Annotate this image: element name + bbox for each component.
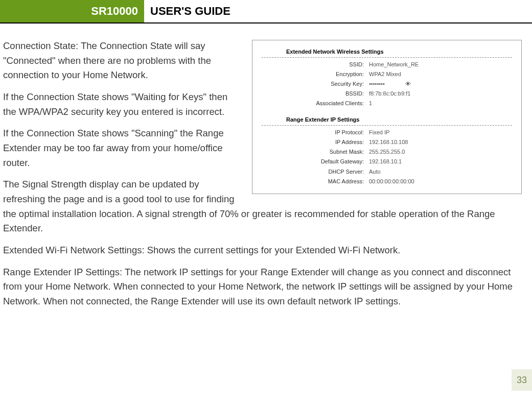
fig-label-ssid: SSID:	[262, 60, 369, 69]
fig-row-gw: Default Gateway: 192.168.10.1	[262, 157, 512, 167]
settings-screenshot: Extended Network Wireless Settings SSID:…	[252, 40, 522, 194]
fig-row-ip: IP Address: 192.168.10.108	[262, 137, 512, 147]
fig-row-bssid: BSSID: f8:7b:8c:0c:b9:f1	[262, 89, 512, 99]
fig-value-dhcp: Auto	[369, 168, 381, 176]
para-ip-settings: Range Extender IP Settings: The network …	[3, 265, 522, 309]
fig-row-ssid: SSID: Home_Network_RE	[262, 60, 512, 69]
fig-row-encryption: Encryption: WPA2 Mixed	[262, 69, 512, 79]
fig-row-mask: Subnet Mask: 255.255.255.0	[262, 147, 512, 157]
page-content: Extended Network Wireless Settings SSID:…	[0, 23, 532, 321]
fig-label-gw: Default Gateway:	[262, 157, 369, 166]
fig-row-dhcp: DHCP Server: Auto	[262, 167, 512, 177]
fig-value-mask: 255.255.255.0	[369, 148, 405, 156]
fig-value-mac: 00:00:00:00:00:00	[369, 177, 414, 186]
fig-value-proto: Fixed IP	[369, 128, 389, 137]
fig-section1-title: Extended Network Wireless Settings	[262, 47, 512, 58]
para-extended-wifi: Extended Wi-Fi Network Settings: Shows t…	[3, 243, 522, 258]
fig-value-encryption: WPA2 Mixed	[369, 70, 401, 79]
fig-label-ip: IP Address:	[262, 138, 369, 147]
fig-row-clients: Associated Clients: 1	[262, 99, 512, 108]
header-model-box: SR10000	[0, 0, 144, 22]
fig-label-encryption: Encryption:	[262, 70, 369, 79]
fig-label-mask: Subnet Mask:	[262, 148, 369, 156]
fig-row-proto: IP Protocol: Fixed IP	[262, 128, 512, 137]
fig-value-ip: 192.168.10.108	[369, 138, 408, 147]
fig-label-bssid: BSSID:	[262, 89, 369, 98]
header-title: USER'S GUIDE	[144, 0, 230, 22]
page-header: SR10000 USER'S GUIDE	[0, 0, 532, 23]
eye-icon: 👁	[405, 80, 411, 88]
fig-label-proto: IP Protocol:	[262, 128, 369, 137]
header-model: SR10000	[91, 5, 138, 18]
page-number: 33	[512, 369, 532, 391]
fig-label-dhcp: DHCP Server:	[262, 168, 369, 176]
fig-section2-title: Range Extender IP Settings	[262, 115, 512, 126]
fig-label-clients: Associated Clients:	[262, 99, 369, 108]
fig-value-key: ••••••••	[369, 80, 385, 88]
fig-value-bssid: f8:7b:8c:0c:b9:f1	[369, 89, 410, 98]
fig-value-ssid: Home_Network_RE	[369, 60, 419, 69]
fig-label-mac: MAC Address:	[262, 177, 369, 186]
fig-row-mac: MAC Address: 00:00:00:00:00:00	[262, 177, 512, 186]
fig-label-key: Security Key:	[262, 80, 369, 88]
fig-value-gw: 192.168.10.1	[369, 157, 402, 166]
fig-row-key: Security Key: •••••••• 👁	[262, 79, 512, 89]
fig-value-clients: 1	[369, 99, 372, 108]
